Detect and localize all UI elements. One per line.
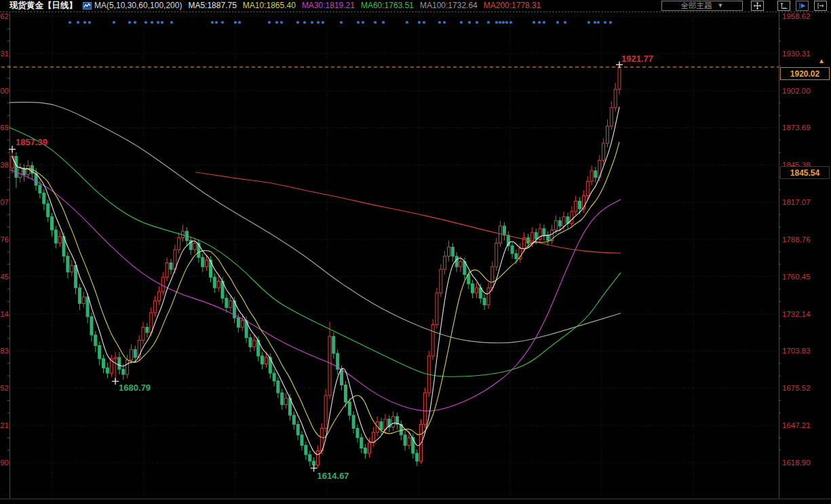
ma30-value: MA30:1819.21 [302,0,355,12]
ma5-value: MA5:1887.75 [188,0,236,12]
candlestick-chart-canvas[interactable] [0,0,831,504]
pan-right-icon[interactable] [814,1,827,11]
chevron-down-icon: ▼ [718,1,724,10]
ma10-value: MA10:1865.40 [243,0,296,12]
chart-header: 现货黄金【日线】 MA(5,10,30,60,100,200) MA5:1887… [0,0,831,12]
alert-price-box[interactable]: 1845.54 [780,166,830,179]
ma-group-label[interactable]: MA(5,10,30,60,100,200) [94,0,182,12]
indicator-chart-icon[interactable] [83,2,92,9]
trading-chart-app: 现货黄金【日线】 MA(5,10,30,60,100,200) MA5:1887… [0,0,831,504]
ma60-value: MA60:1763.51 [361,0,414,12]
current-price-box: 1920.02 [780,67,830,80]
price-up-arrow-icon: ▲ [818,58,825,64]
price-annotation-high: 1921.77 [621,54,653,64]
price-annotation-low: 1614.67 [317,471,349,481]
ma100-value: MA100:1732.64 [420,0,478,12]
price-annotation-low: 1680.79 [119,383,151,393]
theme-dropdown[interactable]: 全部主题 ▼ [661,1,743,11]
alert-price-value: 1845.54 [790,168,819,178]
axis-play-icon[interactable] [796,1,809,11]
chart-toolbar [751,1,827,11]
price-annotation-high: 1857.39 [16,138,47,147]
theme-dropdown-label: 全部主题 [681,1,712,10]
current-price-value: 1920.02 [790,69,819,79]
instrument-title[interactable]: 现货黄金【日线】 [9,0,77,12]
ma200-value: MA200:1778.31 [484,0,541,12]
move-tool-icon[interactable] [751,1,764,11]
axis-scale-icon[interactable] [777,1,790,11]
